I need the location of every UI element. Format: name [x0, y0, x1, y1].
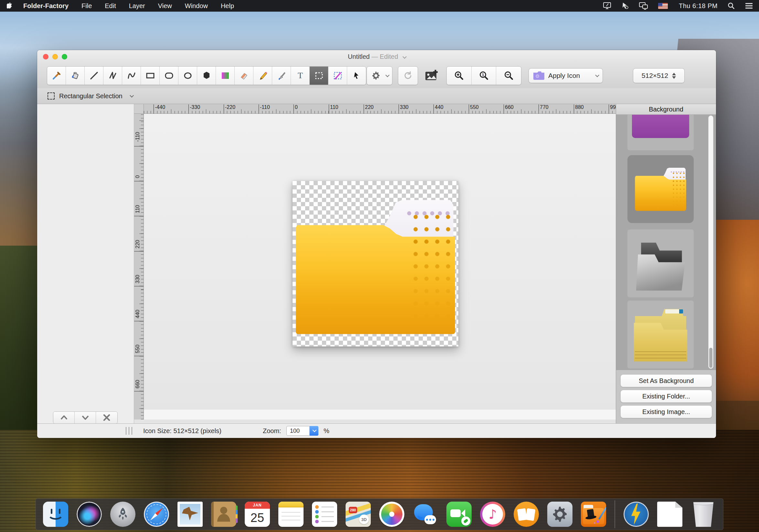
- us-flag-input-icon[interactable]: [658, 3, 668, 9]
- display-menu-icon[interactable]: [603, 2, 612, 10]
- dock-books-icon[interactable]: [514, 502, 539, 527]
- spotlight-search-icon[interactable]: [727, 2, 735, 10]
- icon-artwork-canvas[interactable]: [293, 181, 459, 347]
- dock-reminders-icon[interactable]: [312, 502, 337, 527]
- dock-maps-icon[interactable]: 280 3D: [345, 502, 371, 527]
- dock-document-icon[interactable]: [657, 502, 682, 527]
- ruler-corner: [134, 104, 144, 114]
- apply-icon-button[interactable]: ⚙ Apply Icon: [529, 68, 603, 83]
- dock-siri-icon[interactable]: [77, 502, 102, 527]
- menu-edit[interactable]: Edit: [105, 2, 116, 10]
- menu-window[interactable]: Window: [185, 2, 208, 10]
- tool-options-panel: [37, 104, 134, 423]
- ruler-label: -440: [155, 104, 165, 110]
- existing-folder-button[interactable]: Existing Folder...: [620, 390, 712, 403]
- thumbnail-yellow-tab-folder[interactable]: [627, 301, 694, 368]
- vertical-ruler: -110 0 110 220 330 440 550 660: [134, 114, 144, 420]
- zoom-actual-size-button[interactable]: 1: [472, 66, 497, 85]
- dock-messages-icon[interactable]: [413, 502, 438, 527]
- rounded-rectangle-tool[interactable]: [160, 66, 179, 85]
- dock-calendar-icon[interactable]: JAN 25: [245, 502, 270, 527]
- existing-image-button[interactable]: Existing Image...: [620, 405, 712, 418]
- dock-launchpad-icon[interactable]: [110, 502, 136, 527]
- gear-chevron-icon: [385, 73, 389, 77]
- rectangle-tool[interactable]: [141, 66, 160, 85]
- thumbnail-purple-folder[interactable]: [627, 115, 694, 150]
- edit-canvas[interactable]: [144, 114, 616, 420]
- rotate-button[interactable]: [398, 66, 418, 85]
- apple-menu[interactable]: [6, 2, 14, 10]
- ruler-label: 880: [575, 104, 584, 110]
- thumbnail-yellow-open-folder[interactable]: [627, 155, 694, 223]
- dock-lightning-app-icon[interactable]: [623, 502, 649, 527]
- dock-safari-icon[interactable]: [144, 502, 169, 527]
- zoom-unit: %: [324, 427, 329, 435]
- title-bar[interactable]: Untitled — Edited: [37, 50, 716, 63]
- dock-photos-icon[interactable]: [379, 502, 404, 527]
- zoom-value-field[interactable]: 100: [286, 426, 310, 436]
- menu-layer[interactable]: Layer: [129, 2, 145, 10]
- menu-file[interactable]: File: [81, 2, 92, 10]
- delete-button[interactable]: [96, 412, 117, 423]
- hobby-knife-tool[interactable]: [272, 66, 291, 85]
- purple-folder-icon: ⚙: [533, 71, 544, 80]
- set-as-background-button[interactable]: Set As Background: [620, 374, 712, 387]
- polygon-tool[interactable]: [197, 66, 216, 85]
- dock-system-preferences-icon[interactable]: [547, 502, 573, 527]
- rectangular-select-tool[interactable]: [310, 66, 328, 85]
- dock-facetime-icon[interactable]: [446, 502, 472, 527]
- selection-mode-label[interactable]: Rectangular Selection: [59, 93, 123, 100]
- horizontal-scroll-area[interactable]: [144, 409, 616, 420]
- eraser-tool[interactable]: [235, 66, 254, 85]
- import-image-button[interactable]: [422, 67, 441, 84]
- paint-bucket-tool[interactable]: [66, 66, 85, 85]
- app-menu-title[interactable]: Folder-Factory: [23, 2, 68, 10]
- panel-scrollbar-thumb[interactable]: [709, 348, 712, 368]
- thumbnail-gray-metal-folder[interactable]: [627, 229, 694, 297]
- line-tool[interactable]: [85, 66, 103, 85]
- pencil-tool[interactable]: [254, 66, 272, 85]
- zoom-out-button[interactable]: [496, 66, 521, 85]
- dock-notes-icon[interactable]: [278, 502, 303, 527]
- arrow-cursor-tool[interactable]: [347, 66, 366, 85]
- menu-view[interactable]: View: [158, 2, 172, 10]
- gradient-tool[interactable]: [216, 66, 235, 85]
- selection-mode-chevron-icon[interactable]: [130, 94, 134, 97]
- eyedropper-tool[interactable]: [47, 66, 66, 85]
- ruler-label: 220: [135, 240, 140, 248]
- polyline-tool[interactable]: [103, 66, 122, 85]
- dock-contacts-icon[interactable]: [211, 502, 236, 527]
- dock-finder-icon[interactable]: [43, 502, 68, 527]
- curve-tool[interactable]: [122, 66, 141, 85]
- zoom-in-button[interactable]: [447, 66, 472, 85]
- status-grip-icon[interactable]: [126, 427, 134, 435]
- menu-bar-clock[interactable]: Thu 6:18 PM: [679, 2, 718, 10]
- dock-itunes-icon[interactable]: ♪: [480, 502, 505, 527]
- desktop: Folder-Factory File Edit Layer View Wind…: [0, 0, 759, 532]
- screen-sharing-icon[interactable]: [621, 2, 629, 10]
- calendar-day: 25: [245, 509, 270, 527]
- dock-trash-icon[interactable]: [691, 502, 716, 527]
- dock-folder-factory-icon[interactable]: [581, 502, 606, 527]
- notification-center-icon[interactable]: [745, 2, 753, 10]
- zoom-dropdown-button[interactable]: [310, 426, 318, 436]
- move-down-button[interactable]: [75, 412, 96, 423]
- airplay-displays-icon[interactable]: [639, 2, 649, 10]
- ruler-label: 330: [400, 104, 409, 110]
- move-up-button[interactable]: [53, 412, 75, 423]
- background-panel: Background: [616, 104, 716, 423]
- ellipse-tool[interactable]: [179, 66, 197, 85]
- ruler-label: 330: [135, 275, 140, 284]
- stepper-arrows-icon: [672, 73, 676, 79]
- folder-factory-window: Untitled — Edited T: [37, 50, 716, 438]
- title-chevron-icon[interactable]: [402, 55, 407, 59]
- menu-bar: Folder-Factory File Edit Layer View Wind…: [0, 0, 759, 12]
- panel-scrollbar[interactable]: [708, 115, 713, 369]
- icon-size-stepper[interactable]: 512×512: [633, 68, 685, 83]
- dock-mail-icon[interactable]: [178, 502, 203, 527]
- magic-select-tool[interactable]: [328, 66, 347, 85]
- menu-help[interactable]: Help: [221, 2, 234, 10]
- tool-settings-button[interactable]: [367, 66, 392, 85]
- tool-strip: T: [47, 66, 366, 85]
- text-tool[interactable]: T: [291, 66, 310, 85]
